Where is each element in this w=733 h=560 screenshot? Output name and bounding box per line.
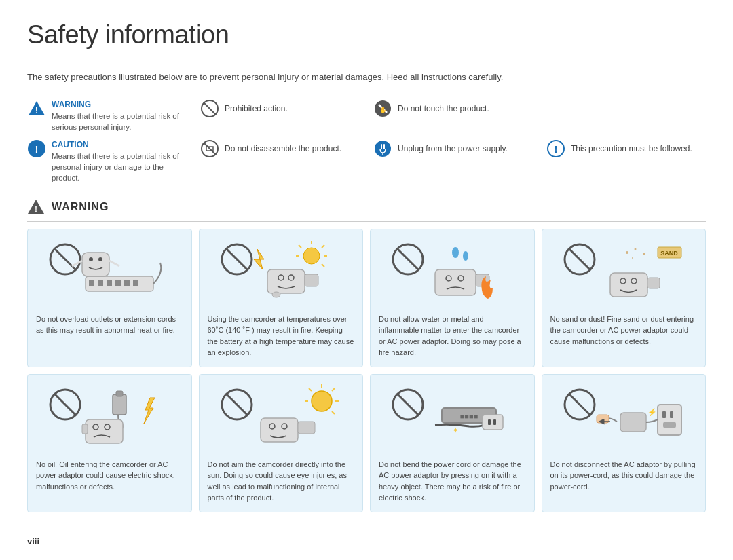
svg-line-33 — [109, 261, 119, 266]
warning-cards-grid: Do not overload outlets or extension cor… — [27, 229, 706, 512]
svg-point-51 — [452, 247, 459, 258]
legend-item-caution: ! CAUTION Means that there is a potentia… — [27, 139, 187, 183]
svg-rect-26 — [115, 280, 121, 286]
no-disassemble-icon — [200, 139, 219, 158]
must-follow-desc: This precaution must be followed. — [571, 139, 692, 155]
svg-point-47 — [272, 292, 280, 297]
svg-rect-105 — [663, 422, 676, 428]
svg-line-3 — [204, 102, 216, 115]
svg-rect-25 — [107, 280, 112, 286]
unplug-desc: Unplug from the power supply. — [398, 139, 508, 155]
svg-text:✋: ✋ — [379, 106, 388, 114]
svg-point-31 — [98, 257, 102, 261]
svg-rect-88 — [261, 418, 298, 442]
svg-line-21 — [54, 248, 76, 270]
no-touch-desc: Do not touch the product. — [398, 99, 489, 115]
card-sun: Do not aim the camcorder directly into t… — [199, 374, 364, 512]
card1-text: Do not overload outlets or extension cor… — [36, 314, 183, 336]
page-number: viii — [27, 536, 39, 546]
svg-text:!: ! — [555, 143, 558, 155]
card6-text: Do not aim the camcorder directly into t… — [208, 459, 355, 504]
legend-item-warning: ! WARNING Means that there is a potentia… — [27, 99, 187, 132]
svg-rect-28 — [133, 280, 138, 286]
svg-rect-43 — [267, 269, 305, 293]
svg-line-35 — [226, 248, 248, 270]
svg-rect-71 — [113, 394, 126, 415]
unplug-icon — [373, 139, 392, 158]
legend-item-no-disassemble: Do not disassemble the product. — [200, 139, 360, 158]
svg-text:■■■■: ■■■■ — [460, 412, 478, 420]
svg-line-85 — [332, 411, 335, 414]
legend-item-prohibited: Prohibited action. — [200, 99, 360, 118]
legend-item-must-follow: ! This precaution must be followed. — [546, 139, 706, 158]
svg-rect-103 — [662, 411, 666, 418]
card-water: Do not allow water or metal and inflamma… — [370, 229, 535, 367]
svg-line-70 — [54, 394, 76, 415]
svg-line-50 — [397, 248, 419, 270]
legend-item-unplug: Unplug from the power supply. — [373, 139, 533, 158]
card3-text: Do not allow water or metal and inflamma… — [379, 314, 526, 358]
card-temperature: Using the camcorder at temperatures over… — [199, 229, 364, 367]
svg-rect-72 — [116, 391, 123, 396]
svg-line-83 — [332, 388, 335, 391]
svg-rect-14 — [383, 144, 385, 149]
svg-rect-104 — [670, 411, 673, 418]
svg-rect-44 — [305, 274, 318, 286]
svg-rect-75 — [82, 424, 88, 434]
svg-point-62 — [634, 248, 636, 250]
no-touch-icon: ✋ — [373, 99, 392, 118]
svg-point-63 — [643, 253, 645, 255]
title-divider — [27, 58, 706, 58]
intro-text: The safety precautions illustrated below… — [27, 71, 706, 84]
svg-rect-65 — [610, 273, 647, 297]
svg-marker-78 — [144, 398, 155, 424]
svg-line-32 — [72, 261, 82, 266]
svg-rect-53 — [435, 269, 476, 295]
card2-text: Using the camcorder at temperatures over… — [208, 314, 355, 358]
card-sand: SAND No sand or dust! Fine sand or dust … — [542, 229, 707, 367]
card7-text: Do not bend the power cord or damage the… — [379, 459, 526, 504]
warning-desc: Means that there is a potential risk of … — [52, 111, 187, 132]
svg-rect-102 — [658, 405, 681, 435]
svg-text:!: ! — [35, 105, 38, 115]
svg-rect-97 — [483, 415, 503, 430]
svg-rect-24 — [98, 280, 103, 286]
card7-illustration: ■■■■ ✦ — [379, 384, 526, 452]
svg-rect-66 — [647, 278, 660, 288]
svg-rect-74 — [86, 419, 123, 443]
svg-line-40 — [322, 264, 324, 267]
caution-label: CAUTION — [52, 140, 89, 149]
prohibited-icon — [200, 99, 219, 118]
svg-line-10 — [204, 143, 216, 155]
caution-circle-icon: ! — [27, 139, 46, 158]
svg-line-38 — [322, 245, 324, 248]
page-title: Safety information — [27, 20, 706, 50]
svg-rect-106 — [620, 413, 646, 432]
must-follow-icon: ! — [546, 139, 565, 158]
card5-illustration — [36, 384, 183, 452]
svg-marker-48 — [254, 249, 264, 269]
svg-line-80 — [226, 394, 248, 415]
svg-text:!: ! — [35, 204, 37, 214]
svg-text:!: ! — [35, 143, 39, 155]
prohibited-desc: Prohibited action. — [225, 99, 288, 115]
svg-point-52 — [463, 251, 468, 261]
warning-section-heading: ! WARNING — [27, 198, 706, 222]
card5-text: No oil! Oil entering the camcorder or AC… — [36, 459, 183, 493]
svg-line-86 — [309, 388, 312, 391]
card-ac-adaptor: ⚡ Do not disconnect the AC adaptor by pu… — [542, 374, 707, 512]
card1-illustration — [36, 239, 183, 307]
svg-point-81 — [312, 391, 332, 411]
card6-illustration — [208, 384, 355, 452]
svg-rect-89 — [298, 422, 315, 434]
card-power-cord: ■■■■ ✦ Do not bend the power cord or dam… — [370, 374, 535, 512]
svg-point-61 — [626, 251, 628, 254]
svg-line-101 — [569, 394, 590, 415]
card3-illustration — [379, 239, 526, 307]
legend-item-no-touch: ✋ Do not touch the product. — [373, 99, 533, 118]
card4-text: No sand or dust! Fine sand or dust enter… — [550, 314, 698, 348]
svg-line-93 — [397, 394, 419, 415]
card-overload: Do not overload outlets or extension cor… — [27, 229, 192, 367]
svg-text:✦: ✦ — [452, 426, 459, 435]
no-disassemble-desc: Do not disassemble the product. — [225, 139, 341, 155]
